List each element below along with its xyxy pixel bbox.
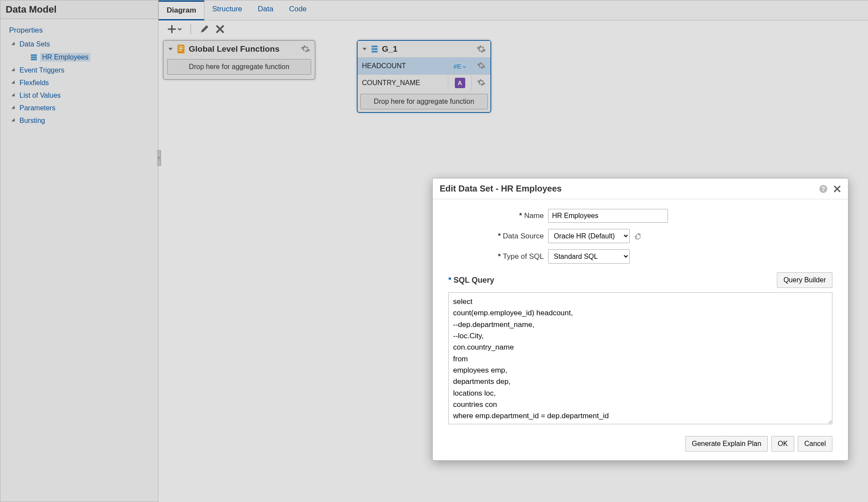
global-level-functions-block[interactable]: Global Level Functions Drop here for agg… xyxy=(163,40,316,80)
tab-code[interactable]: Code xyxy=(281,0,315,20)
panel-title: Data Model xyxy=(0,0,158,19)
chevron-down-icon xyxy=(11,42,16,46)
close-icon[interactable] xyxy=(833,185,841,193)
g1-block[interactable]: G_1 HEADCOUNT #E xyxy=(357,40,491,113)
database-icon xyxy=(371,45,378,53)
column-type-tag[interactable]: #E xyxy=(448,60,471,73)
tree-node-bursting[interactable]: Bursting xyxy=(4,115,155,126)
svg-rect-2 xyxy=(31,59,37,60)
chevron-down-icon xyxy=(11,118,16,123)
tab-diagram[interactable]: Diagram xyxy=(158,0,204,20)
sql-textarea[interactable] xyxy=(448,292,832,424)
tree-label: HR Employees xyxy=(40,53,90,62)
edit-button[interactable] xyxy=(200,24,209,34)
left-panel: Data Model Properties Data Sets HR Emplo… xyxy=(0,0,158,502)
add-button[interactable] xyxy=(167,24,182,34)
svg-rect-9 xyxy=(372,51,378,53)
tree-label: Parameters xyxy=(20,104,56,112)
name-label: * Name xyxy=(448,211,548,220)
tab-data[interactable]: Data xyxy=(250,0,281,20)
help-icon[interactable]: ? xyxy=(819,184,828,194)
column-gear[interactable] xyxy=(471,59,490,74)
svg-rect-6 xyxy=(179,50,182,51)
chevron-down-icon xyxy=(11,80,16,85)
chevron-down-icon xyxy=(11,68,16,73)
name-input[interactable] xyxy=(548,209,668,223)
modal-title: Edit Data Set - HR Employees xyxy=(440,184,813,194)
svg-rect-7 xyxy=(372,46,378,47)
drop-zone[interactable]: Drop here for aggregate function xyxy=(360,94,488,109)
svg-rect-8 xyxy=(372,48,378,50)
modal-header: Edit Data Set - HR Employees ? xyxy=(433,178,848,199)
type-sql-select[interactable]: Standard SQL xyxy=(548,249,630,264)
gear-icon[interactable] xyxy=(477,44,486,54)
svg-rect-5 xyxy=(179,48,183,49)
column-gear[interactable] xyxy=(471,76,490,91)
tree-node-parameters[interactable]: Parameters xyxy=(4,102,155,114)
toolbar xyxy=(158,20,868,38)
svg-rect-0 xyxy=(31,54,37,56)
chevron-down-icon xyxy=(11,106,16,110)
column-name: COUNTRY_NAME xyxy=(358,75,448,91)
collapse-icon[interactable] xyxy=(168,46,173,52)
column-type-tag[interactable]: A xyxy=(448,75,471,91)
svg-text:?: ? xyxy=(822,185,825,192)
drop-zone[interactable]: Drop here for aggregate function xyxy=(167,59,311,75)
tree-label: Data Sets xyxy=(20,40,50,48)
ok-button[interactable]: OK xyxy=(771,436,794,452)
tree-label: List of Values xyxy=(20,92,61,99)
generate-explain-plan-button[interactable]: Generate Explain Plan xyxy=(685,436,768,452)
toolbar-separator xyxy=(191,24,191,34)
sql-query-label: * SQL Query xyxy=(448,276,494,285)
svg-rect-4 xyxy=(179,46,183,47)
tree-node-event-triggers[interactable]: Event Triggers xyxy=(4,65,155,76)
block-title: Global Level Functions xyxy=(189,44,297,54)
tree-node-flexfields[interactable]: Flexfields xyxy=(4,77,155,89)
column-row-country-name[interactable]: COUNTRY_NAME A xyxy=(358,74,490,91)
tree-node-data-sets[interactable]: Data Sets xyxy=(4,39,155,50)
cancel-button[interactable]: Cancel xyxy=(798,436,832,452)
tree: Properties Data Sets HR Employees Event … xyxy=(0,19,158,502)
tree-node-list-of-values[interactable]: List of Values xyxy=(4,90,155,101)
edit-data-set-modal: Edit Data Set - HR Employees ? * Name * … xyxy=(432,178,848,461)
gear-icon[interactable] xyxy=(301,44,310,54)
tab-structure[interactable]: Structure xyxy=(204,0,250,20)
collapse-icon[interactable] xyxy=(362,46,367,52)
block-title: G_1 xyxy=(382,44,473,54)
svg-rect-1 xyxy=(31,56,37,58)
data-source-select[interactable]: Oracle HR (Default) xyxy=(548,229,630,243)
query-builder-button[interactable]: Query Builder xyxy=(777,272,832,288)
data-source-label: * Data Source xyxy=(448,232,548,241)
tree-label: Event Triggers xyxy=(20,66,64,74)
column-name: HEADCOUNT xyxy=(358,58,448,74)
function-icon xyxy=(177,44,185,54)
type-sql-label: * Type of SQL xyxy=(448,252,548,261)
database-icon xyxy=(30,53,38,61)
properties-link[interactable]: Properties xyxy=(4,23,155,37)
tree-label: Bursting xyxy=(20,117,45,125)
delete-button[interactable] xyxy=(215,24,225,34)
refresh-icon[interactable] xyxy=(633,231,643,241)
tree-label: Flexfields xyxy=(20,79,49,87)
tree-leaf-hr-employees[interactable]: HR Employees xyxy=(4,51,155,63)
tab-bar: Diagram Structure Data Code xyxy=(158,0,868,20)
chevron-down-icon xyxy=(11,93,16,98)
column-row-headcount[interactable]: HEADCOUNT #E xyxy=(358,57,490,74)
